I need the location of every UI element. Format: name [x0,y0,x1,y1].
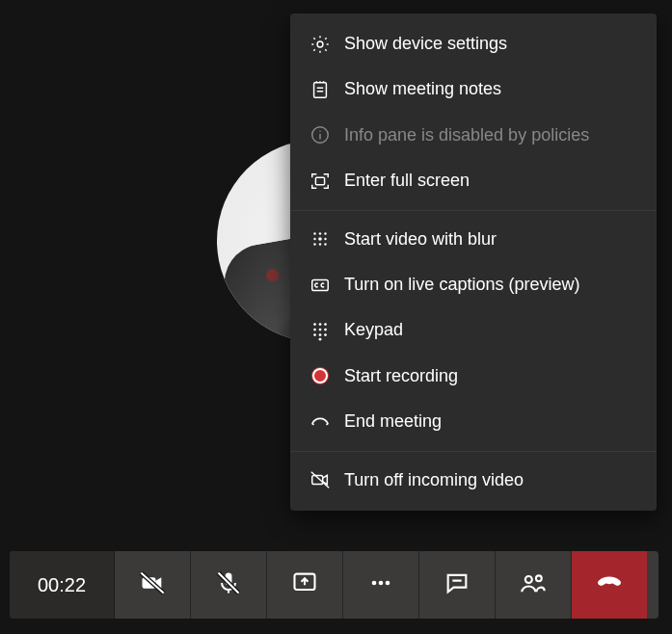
menu-label: Turn on live captions (preview) [344,274,579,296]
svg-point-29 [372,581,377,586]
keypad-icon [309,320,331,341]
svg-point-24 [319,338,322,341]
menu-label: Start video with blur [344,228,497,251]
svg-point-6 [319,233,321,235]
menu-meeting-notes[interactable]: Show meeting notes [290,66,657,112]
svg-point-13 [324,244,326,246]
record-icon [309,365,331,386]
camera-off-icon [139,569,166,600]
menu-label: Turn off incoming video [344,469,524,491]
mic-off-icon [215,569,242,600]
participants-button[interactable] [496,551,572,619]
gear-icon [309,34,331,55]
menu-keypad[interactable]: Keypad [290,307,657,353]
menu-live-captions[interactable]: Turn on live captions (preview) [290,262,657,307]
svg-point-15 [313,323,316,326]
share-screen-icon [291,569,318,600]
call-toolbar: 00:22 [10,551,659,619]
call-timer-value: 00:22 [38,574,86,596]
svg-point-32 [525,576,532,583]
share-screen-button[interactable] [267,551,343,619]
toggle-camera-button[interactable] [115,551,191,619]
svg-point-20 [324,329,327,331]
svg-point-10 [324,238,326,240]
video-off-icon [309,469,331,490]
ellipsis-icon [367,569,394,600]
svg-point-33 [536,575,542,581]
svg-point-18 [313,329,316,331]
menu-label: Show device settings [344,33,507,55]
call-timer: 00:22 [10,551,115,619]
menu-video-blur[interactable]: Start video with blur [290,217,657,262]
svg-point-21 [313,333,316,336]
menu-divider [290,210,657,211]
svg-point-9 [318,237,322,241]
menu-full-screen[interactable]: Enter full screen [290,158,657,203]
svg-point-22 [319,333,322,336]
svg-point-16 [319,323,322,326]
menu-label: Info pane is disabled by policies [344,124,589,146]
svg-point-0 [317,41,323,47]
menu-device-settings[interactable]: Show device settings [290,21,657,66]
menu-label: Enter full screen [344,170,470,192]
call-stage: Show device settings Show meeting notes [0,0,672,634]
end-meeting-icon [309,411,331,433]
menu-end-meeting[interactable]: End meeting [290,399,657,444]
svg-point-12 [319,244,321,246]
menu-info-disabled: Info pane is disabled by policies [290,113,657,158]
svg-rect-4 [315,177,324,184]
toggle-mic-button[interactable] [191,551,267,619]
menu-label: End meeting [344,410,442,433]
svg-point-7 [324,233,326,235]
menu-turn-off-incoming-video[interactable]: Turn off incoming video [290,458,657,503]
menu-label: Keypad [344,319,403,341]
svg-point-19 [319,329,322,331]
fullscreen-icon [309,171,331,192]
captions-icon [309,275,331,296]
svg-point-31 [386,581,390,586]
menu-start-recording[interactable]: Start recording [290,354,657,399]
more-actions-menu: Show device settings Show meeting notes [290,13,657,511]
svg-point-5 [313,233,315,235]
svg-point-30 [379,581,384,586]
hang-up-button[interactable] [572,551,647,619]
svg-point-8 [313,238,315,240]
menu-divider [290,451,657,452]
info-icon [309,124,331,145]
svg-point-17 [324,323,327,326]
notes-icon [309,79,331,100]
menu-label: Show meeting notes [344,78,501,100]
more-actions-button[interactable] [343,551,419,619]
menu-label: Start recording [344,365,458,387]
people-icon [520,569,547,600]
svg-point-11 [313,244,315,246]
chat-button[interactable] [419,551,496,619]
blur-icon [309,228,331,250]
svg-point-23 [324,333,327,336]
hang-up-icon [596,569,623,600]
chat-icon [444,569,470,600]
svg-point-3 [319,131,320,132]
svg-rect-1 [314,83,327,98]
